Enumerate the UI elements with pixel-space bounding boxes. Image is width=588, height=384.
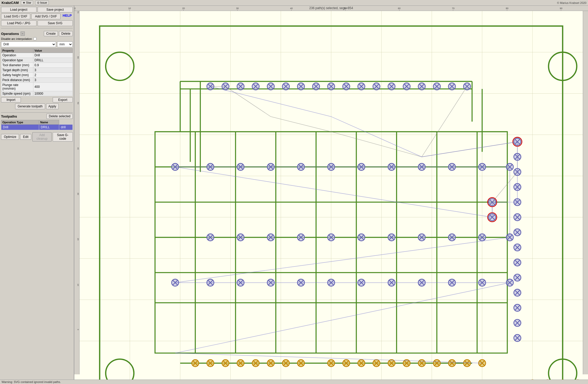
dropdown-row: Drill mm: [1, 41, 73, 47]
separator-1: [1, 28, 73, 28]
toolpath-header-optype: Operation Type: [1, 120, 39, 125]
property-value-input[interactable]: [34, 58, 71, 62]
property-row: Target depth (mm): [1, 68, 73, 73]
property-value-input[interactable]: [34, 53, 71, 57]
disable-arc-checkbox[interactable]: [33, 37, 37, 40]
property-value-input[interactable]: [34, 85, 71, 89]
save-gcode-button[interactable]: Save G-code: [53, 132, 73, 142]
ruler-vtick: 70: [77, 11, 79, 13]
canvas-status: 236 path(s) selected, segs=854: [74, 6, 588, 10]
toolpaths-header: Toolpaths Delete selected: [1, 114, 73, 119]
delete-button[interactable]: Delete: [59, 31, 73, 36]
operation-type-dropdown[interactable]: Drill: [1, 41, 56, 47]
property-name: Peck distance (mm): [1, 78, 33, 83]
property-name: Target depth (mm): [1, 68, 33, 73]
property-row: Spindle speed (rpm): [1, 91, 73, 96]
toolpath-name: drill: [59, 125, 73, 130]
save-svg-button[interactable]: Save SVG: [38, 20, 73, 26]
property-value[interactable]: [33, 83, 73, 91]
generate-toolpath-button[interactable]: Generate toolpath: [15, 103, 45, 109]
png-jpg-row: Load PNG / JPG Save SVG: [1, 20, 73, 26]
create-button[interactable]: Create: [44, 31, 58, 36]
svg-dxf-row: Load SVG / DXF Add SVG / DXF HELP: [1, 14, 73, 19]
load-project-button[interactable]: Load project: [1, 7, 37, 13]
property-value[interactable]: [33, 53, 73, 58]
canvas-area: 236 path(s) selected, segs=854 010203040…: [74, 6, 588, 380]
property-name: Operation type: [1, 58, 33, 63]
property-row: Operation: [1, 53, 73, 58]
export-button[interactable]: Export: [53, 97, 73, 102]
property-name: Tool diameter (mm): [1, 63, 33, 68]
property-name: Operation: [1, 53, 33, 58]
toolpaths-table: Operation Type Name DrillDRILLdrill: [1, 120, 73, 130]
property-value[interactable]: [33, 68, 73, 73]
property-name: Plunge rate (mm/min): [1, 83, 33, 91]
app-title: KrabzCAM: [2, 1, 19, 5]
star-button[interactable]: ★ Star: [21, 1, 33, 5]
prop-header-property: Property: [1, 48, 33, 53]
app-container: KrabzCAM ★ Star ⊙ Issue © Marius Krabset…: [0, 0, 588, 384]
optimize-button[interactable]: Optimize: [1, 134, 19, 140]
toolpath-header-name: Name: [39, 120, 59, 125]
delete-selected-button[interactable]: Delete selected: [46, 114, 73, 119]
main-area: Load project Save project Load SVG / DXF…: [0, 6, 588, 380]
operations-collapse-button[interactable]: −: [21, 32, 25, 36]
ruler-vtick: 0: [77, 329, 79, 330]
property-name: Spindle speed (rpm): [1, 91, 33, 96]
toolpath-row[interactable]: DrillDRILLdrill: [1, 125, 73, 130]
operations-title: Operations: [1, 32, 19, 36]
ruler-vtick: 10: [77, 284, 79, 286]
import-export-row: Import Export: [1, 97, 73, 102]
property-value[interactable]: [33, 63, 73, 68]
warning-message: Warning: SVG contained ignored invalid p…: [2, 380, 61, 383]
copyright-text: © Marius Krabset 2020: [557, 1, 586, 4]
status-text: 236 path(s) selected, segs=854: [309, 6, 353, 10]
ruler-vtick: 20: [77, 238, 79, 240]
property-row: Peck distance (mm): [1, 78, 73, 83]
add-svg-dxf-button[interactable]: Add SVG / DXF: [31, 14, 60, 19]
toolpath-actions: Optimize Edit Add cleanup Save G-code: [1, 132, 73, 142]
property-value[interactable]: [33, 78, 73, 83]
add-cleanup-button[interactable]: Add cleanup: [32, 132, 52, 142]
status-bar: Warning: SVG contained ignored invalid p…: [0, 380, 588, 384]
operations-buttons: Create Delete: [44, 31, 73, 36]
property-value-input[interactable]: [34, 73, 71, 77]
ruler-vtick: 30: [77, 193, 79, 195]
toolpath-operation-type: Drill: [1, 125, 39, 130]
property-value-input[interactable]: [34, 63, 71, 67]
property-row: Plunge rate (mm/min): [1, 83, 73, 91]
ruler-left: 706050403020100: [74, 11, 80, 374]
property-value-input[interactable]: [34, 78, 71, 82]
import-button[interactable]: Import: [1, 97, 21, 102]
property-value-input[interactable]: [34, 68, 71, 72]
title-bar: KrabzCAM ★ Star ⊙ Issue © Marius Krabset…: [0, 0, 588, 6]
issue-button[interactable]: ⊙ Issue: [35, 1, 49, 5]
property-row: Tool diameter (mm): [1, 63, 73, 68]
ruler-right: [583, 11, 588, 374]
help-button[interactable]: HELP: [62, 14, 73, 19]
property-value[interactable]: [33, 91, 73, 96]
toolpath-type: DRILL: [39, 125, 59, 130]
property-row: Safety height (mm): [1, 73, 73, 78]
unit-dropdown[interactable]: mm: [57, 41, 73, 47]
pcb-canvas[interactable]: [80, 11, 583, 380]
property-name: Safety height (mm): [1, 73, 33, 78]
property-value[interactable]: [33, 58, 73, 63]
generate-row: Generate toolpath Apply: [1, 103, 73, 109]
ruler-vtick: 60: [77, 56, 79, 59]
property-value-input[interactable]: [34, 92, 71, 95]
toolpaths-title: Toolpaths: [1, 114, 17, 118]
prop-header-value: Value: [33, 48, 73, 53]
save-project-button[interactable]: Save project: [38, 7, 73, 13]
ruler-vtick: 40: [77, 147, 79, 150]
edit-button[interactable]: Edit: [20, 134, 31, 140]
property-value[interactable]: [33, 73, 73, 78]
load-svg-dxf-button[interactable]: Load SVG / DXF: [1, 14, 30, 19]
apply-button[interactable]: Apply: [46, 103, 59, 109]
title-bar-left: KrabzCAM ★ Star ⊙ Issue: [2, 1, 49, 5]
operations-header: Operations − Create Delete: [1, 31, 73, 36]
property-row: Operation type: [1, 58, 73, 63]
load-png-jpg-button[interactable]: Load PNG / JPG: [1, 20, 37, 26]
properties-table: Property Value OperationOperation typeTo…: [1, 48, 73, 96]
ruler-vtick: 50: [77, 102, 79, 104]
